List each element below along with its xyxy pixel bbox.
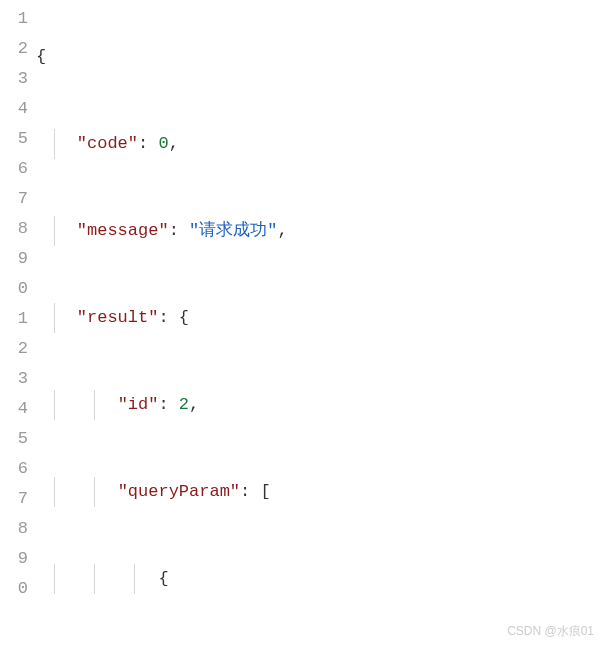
line-number: 3 (0, 64, 28, 94)
line-number: 0 (0, 574, 28, 604)
code-line: "id": 2, (36, 390, 604, 420)
line-number: 2 (0, 34, 28, 64)
line-number: 9 (0, 544, 28, 574)
line-number: 2 (0, 334, 28, 364)
line-number: 1 (0, 4, 28, 34)
line-number: 6 (0, 454, 28, 484)
line-number: 7 (0, 184, 28, 214)
code-line: "message": "请求成功", (36, 216, 604, 246)
code-editor: 1 2 3 4 5 6 7 8 9 0 1 2 3 4 5 6 7 8 9 0 … (0, 0, 604, 646)
line-number: 8 (0, 214, 28, 244)
line-number: 5 (0, 124, 28, 154)
line-number: 7 (0, 484, 28, 514)
line-number: 6 (0, 154, 28, 184)
line-number: 3 (0, 364, 28, 394)
line-number: 4 (0, 94, 28, 124)
code-line: "queryParam": [ (36, 477, 604, 507)
watermark: CSDN @水痕01 (507, 623, 594, 640)
line-number: 5 (0, 424, 28, 454)
code-line: "code": 0, (36, 129, 604, 159)
code-line: { (36, 564, 604, 594)
code-line: { (36, 42, 604, 72)
line-number: 4 (0, 394, 28, 424)
line-gutter: 1 2 3 4 5 6 7 8 9 0 1 2 3 4 5 6 7 8 9 0 (0, 4, 36, 646)
line-number: 1 (0, 304, 28, 334)
line-number: 8 (0, 514, 28, 544)
line-number: 0 (0, 274, 28, 304)
line-number: 9 (0, 244, 28, 274)
code-content[interactable]: { "code": 0, "message": "请求成功", "result"… (36, 4, 604, 646)
code-line: "result": { (36, 303, 604, 333)
